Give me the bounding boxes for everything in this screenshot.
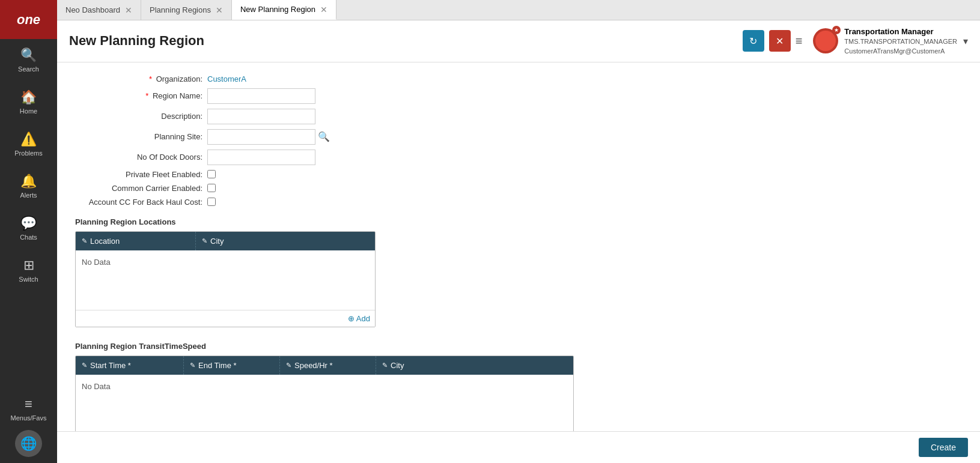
common-carrier-checkbox[interactable] <box>207 184 216 192</box>
sidebar: one 🔍 Search 🏠 Home ⚠️ Problems 🔔 Alerts… <box>0 0 57 463</box>
user-role: TMS.TRANSPORTATION_MANAGER <box>844 37 957 46</box>
menu-button[interactable]: ≡ <box>796 34 803 48</box>
switch-icon: ⊞ <box>23 258 34 273</box>
description-input[interactable] <box>207 109 315 124</box>
edit-icon-location: ✎ <box>82 237 87 245</box>
region-name-input[interactable] <box>207 88 315 104</box>
content-area: * Organization: CustomerA * Region Name:… <box>57 62 980 431</box>
menu-icon: ≡ <box>25 396 32 412</box>
account-cc-checkbox[interactable] <box>207 198 216 206</box>
main-area: Neo Dashboard ✕ Planning Regions ✕ New P… <box>57 0 980 463</box>
col-header-location[interactable]: ✎ Location <box>76 232 196 250</box>
private-fleet-row: Private Fleet Enabled: <box>75 170 962 179</box>
plus-icon: ⊕ <box>348 314 355 323</box>
locations-section-title: Planning Region Locations <box>75 217 962 226</box>
transit-no-data: No Data <box>76 375 573 398</box>
page-header: New Planning Region ↻ ✕ ≡ ★ Transportati… <box>57 20 980 62</box>
dock-doors-label: No Of Dock Doors: <box>75 153 207 162</box>
edit-icon-end: ✎ <box>190 362 195 369</box>
create-button[interactable]: Create <box>919 438 968 457</box>
locations-table: ✎ Location ✎ City No Data ⊕ Add <box>75 231 376 327</box>
col-header-city2[interactable]: ✎ City <box>376 356 573 375</box>
description-label: Description: <box>75 112 207 121</box>
tab-close-new-planning-region[interactable]: ✕ <box>320 5 327 14</box>
edit-icon-speed: ✎ <box>286 362 291 369</box>
account-cc-label: Account CC For Back Haul Cost: <box>75 198 207 207</box>
col-header-start-time[interactable]: ✎ Start Time * <box>76 356 184 375</box>
locations-table-header: ✎ Location ✎ City <box>76 232 375 250</box>
transit-table-body: No Data <box>76 375 573 431</box>
private-fleet-label: Private Fleet Enabled: <box>75 170 207 179</box>
user-dropdown-arrow[interactable]: ▾ <box>963 35 968 47</box>
transit-table: ✎ Start Time * ✎ End Time * ✎ Speed/Hr *… <box>75 356 574 431</box>
form-container: * Organization: CustomerA * Region Name:… <box>57 62 980 431</box>
col-header-end-time[interactable]: ✎ End Time * <box>184 356 280 375</box>
planning-site-row: Planning Site: 🔍 <box>75 129 962 145</box>
sidebar-bottom: ≡ Menus/Favs 🌐 <box>0 388 57 463</box>
tab-bar: Neo Dashboard ✕ Planning Regions ✕ New P… <box>57 0 980 20</box>
sidebar-item-menus[interactable]: ≡ Menus/Favs <box>0 388 57 430</box>
globe-button[interactable]: 🌐 <box>15 430 42 457</box>
dock-doors-input[interactable] <box>207 150 315 165</box>
tab-new-planning-region[interactable]: New Planning Region ✕ <box>232 0 336 20</box>
refresh-button[interactable]: ↻ <box>743 30 764 52</box>
tab-neo-dashboard[interactable]: Neo Dashboard ✕ <box>57 0 141 20</box>
planning-site-field: 🔍 <box>207 129 330 145</box>
organization-value[interactable]: CustomerA <box>207 74 246 83</box>
col-header-city[interactable]: ✎ City <box>196 232 375 250</box>
edit-icon-start: ✎ <box>82 362 87 369</box>
locations-table-body: No Data <box>76 250 375 310</box>
warning-icon: ⚠️ <box>20 132 37 147</box>
locations-add-button[interactable]: ⊕ Add <box>348 314 370 323</box>
locations-no-data: No Data <box>76 250 375 274</box>
locations-empty-space <box>76 274 375 310</box>
sidebar-item-switch[interactable]: ⊞ Switch <box>0 249 57 291</box>
locations-add-row: ⊕ Add <box>76 310 375 327</box>
sidebar-item-alerts[interactable]: 🔔 Alerts <box>0 165 57 207</box>
planning-site-label: Planning Site: <box>75 132 207 141</box>
region-name-row: * Region Name: <box>75 88 962 104</box>
user-name: Transportation Manager <box>844 26 957 37</box>
sidebar-item-chats[interactable]: 💬 Chats <box>0 207 57 249</box>
header-actions: ↻ ✕ ≡ ★ Transportation Manager TMS.TRANS… <box>743 26 968 56</box>
col-header-speed-hr[interactable]: ✎ Speed/Hr * <box>280 356 376 375</box>
home-icon: 🏠 <box>20 89 37 105</box>
transit-section-title: Planning Region TransitTimeSpeed <box>75 342 962 351</box>
required-star-2: * <box>145 91 148 100</box>
close-form-button[interactable]: ✕ <box>769 30 791 52</box>
region-name-label: * Region Name: <box>75 91 207 100</box>
tab-close-planning-regions[interactable]: ✕ <box>216 6 223 14</box>
chat-icon: 💬 <box>20 216 37 231</box>
user-info: Transportation Manager TMS.TRANSPORTATIO… <box>844 26 957 56</box>
user-email: CustomerATransMgr@CustomerA <box>844 47 957 56</box>
search-icon: 🔍 <box>20 47 37 63</box>
planning-site-search-button[interactable]: 🔍 <box>318 131 330 142</box>
private-fleet-checkbox[interactable] <box>207 170 216 178</box>
planning-site-input[interactable] <box>207 129 315 145</box>
sidebar-item-home[interactable]: 🏠 Home <box>0 81 57 123</box>
organization-label: * Organization: <box>75 74 207 83</box>
avatar: ★ <box>813 28 838 53</box>
organization-row: * Organization: CustomerA <box>75 74 962 83</box>
common-carrier-label: Common Carrier Enabled: <box>75 184 207 193</box>
required-star: * <box>149 74 152 83</box>
page-footer: Create <box>57 431 980 463</box>
app-logo[interactable]: one <box>0 0 57 39</box>
edit-icon-city2: ✎ <box>382 362 388 369</box>
transit-table-header: ✎ Start Time * ✎ End Time * ✎ Speed/Hr *… <box>76 356 573 375</box>
user-section: ★ Transportation Manager TMS.TRANSPORTAT… <box>813 26 968 56</box>
sidebar-item-search[interactable]: 🔍 Search <box>0 39 57 81</box>
star-badge: ★ <box>832 26 841 34</box>
tab-close-neo-dashboard[interactable]: ✕ <box>125 6 132 14</box>
tab-planning-regions[interactable]: Planning Regions ✕ <box>141 0 232 20</box>
description-row: Description: <box>75 109 962 124</box>
transit-empty-space <box>76 398 573 431</box>
dock-doors-row: No Of Dock Doors: <box>75 150 962 165</box>
edit-icon-city: ✎ <box>202 237 207 245</box>
page-title: New Planning Region <box>69 33 743 49</box>
account-cc-row: Account CC For Back Haul Cost: <box>75 198 962 207</box>
bell-icon: 🔔 <box>20 174 37 189</box>
sidebar-item-problems[interactable]: ⚠️ Problems <box>0 123 57 165</box>
common-carrier-row: Common Carrier Enabled: <box>75 184 962 193</box>
